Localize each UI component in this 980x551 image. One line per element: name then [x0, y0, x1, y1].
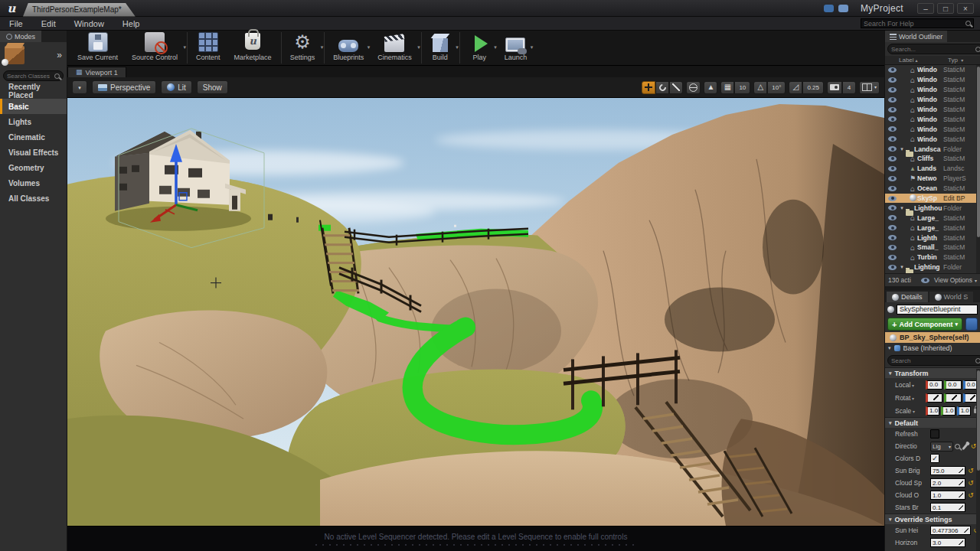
visibility-eye-icon[interactable]: [888, 166, 897, 171]
viewport-tab[interactable]: ▦ Viewport 1: [67, 67, 126, 77]
reset-icon[interactable]: ↺: [967, 480, 975, 487]
outliner-column-header[interactable]: Label ▴ Typ ▾: [885, 56, 980, 65]
outliner-row[interactable]: ▾ Windo StaticM: [885, 124, 980, 134]
outliner-row[interactable]: ▾ Small_ StaticM: [885, 243, 980, 253]
toolbar-button[interactable]: Settings: [283, 32, 325, 64]
toolbar-button[interactable]: Content: [189, 32, 227, 64]
visibility-eye-icon[interactable]: [888, 205, 897, 210]
modes-search[interactable]: [3, 70, 64, 81]
outliner-row[interactable]: ▾ Windo StaticM: [885, 114, 980, 124]
transform-section-header[interactable]: Transform: [885, 367, 980, 378]
sun-height-field[interactable]: 0.477306: [930, 526, 971, 535]
visibility-eye-icon[interactable]: [888, 265, 897, 270]
view-mode-button[interactable]: Lit: [161, 80, 192, 94]
toolbar-button[interactable]: Build: [423, 32, 460, 64]
camera-speed-button[interactable]: [827, 81, 842, 94]
toolbar-button[interactable]: Blueprints: [326, 32, 371, 64]
outliner-row[interactable]: ▾ Lighting Folder: [885, 262, 980, 272]
level-document-tab[interactable]: ThirdPersonExampleMap*: [23, 3, 136, 17]
actor-name-field[interactable]: [897, 305, 978, 315]
directional-light-dropdown[interactable]: Lig: [930, 442, 953, 452]
outliner-row[interactable]: ▾ Large_ StaticM: [885, 223, 980, 233]
mode-category-item[interactable]: Volumes: [0, 175, 67, 191]
location-label[interactable]: Local: [895, 381, 924, 389]
visibility-eye-icon[interactable]: [888, 196, 897, 201]
toolbar-button[interactable]: Source Control: [125, 32, 188, 64]
default-section-header[interactable]: Default: [885, 417, 980, 428]
outliner-search-input[interactable]: [891, 46, 975, 53]
grid-snap-value[interactable]: 10: [734, 81, 750, 94]
add-component-button[interactable]: Add Component: [887, 318, 962, 331]
reset-icon[interactable]: ↺: [967, 468, 975, 474]
viewport-scene[interactable]: [67, 98, 884, 527]
edit-blueprint-button[interactable]: [965, 318, 978, 331]
visibility-eye-icon[interactable]: [888, 235, 897, 240]
visibility-eye-icon[interactable]: [888, 97, 897, 103]
minimize-button[interactable]: –: [917, 3, 934, 14]
outliner-row[interactable]: ▾ Cliffs StaticM: [885, 154, 980, 164]
visibility-eye-icon[interactable]: [888, 245, 897, 250]
type-column-header[interactable]: Typ ▾: [948, 57, 980, 64]
camera-mode-button[interactable]: Perspective: [92, 80, 156, 94]
visibility-eye-icon[interactable]: [888, 77, 897, 83]
expand-caret-icon[interactable]: ▾: [899, 264, 905, 270]
expand-chevron-icon[interactable]: »: [57, 50, 62, 60]
browse-icon[interactable]: [955, 444, 960, 449]
outliner-row[interactable]: ▾ Windo StaticM: [885, 95, 980, 105]
outliner-search[interactable]: [887, 44, 980, 54]
scale-y-field[interactable]: 1.0: [941, 406, 955, 416]
menu-item[interactable]: Help: [113, 19, 149, 28]
menu-item[interactable]: Edit: [32, 19, 65, 28]
maximize-button[interactable]: □: [937, 3, 954, 14]
scale-tool-button[interactable]: [669, 81, 683, 94]
visibility-eye-icon[interactable]: [888, 136, 897, 142]
outliner-row[interactable]: ▾ Turbin StaticM: [885, 253, 980, 262]
rotation-label[interactable]: Rotat: [895, 394, 924, 402]
mode-category-item[interactable]: Geometry: [0, 160, 67, 175]
visibility-eye-icon[interactable]: [888, 67, 897, 73]
visibility-eye-icon[interactable]: [888, 107, 897, 112]
stars-brightness-field[interactable]: 0.1: [930, 503, 965, 512]
reset-icon[interactable]: ↺: [967, 492, 975, 499]
sun-brightness-field[interactable]: 75.0: [930, 466, 965, 475]
forum-bubble-icon[interactable]: [838, 5, 848, 12]
help-search-input[interactable]: [864, 20, 965, 28]
location-y-field[interactable]: 0.0: [944, 380, 961, 390]
refresh-checkbox[interactable]: [930, 429, 939, 439]
outliner-row[interactable]: ▾ Windo StaticM: [885, 134, 980, 144]
horizon-falloff-field[interactable]: 3.0: [930, 538, 965, 547]
view-options-button[interactable]: View Options: [934, 276, 972, 284]
colors-checkbox[interactable]: [930, 454, 939, 463]
scale-z-field[interactable]: 1.0: [957, 406, 971, 416]
camera-speed-value[interactable]: 4: [842, 81, 856, 94]
outliner-row[interactable]: ▾ Ocean StaticM: [885, 184, 980, 194]
toolbar-button[interactable]: Cinematics: [371, 32, 422, 64]
surface-snap-button[interactable]: ▲: [704, 81, 717, 94]
mode-category-item[interactable]: Recently Placed: [0, 83, 67, 99]
expand-caret-icon[interactable]: ▾: [899, 205, 905, 211]
mode-category-item[interactable]: Visual Effects: [0, 145, 67, 160]
location-x-field[interactable]: 0.0: [926, 380, 942, 390]
viewport-layout-button[interactable]: ▾: [859, 81, 880, 94]
details-scrollbar[interactable]: [976, 369, 980, 551]
help-search[interactable]: [861, 18, 974, 28]
scale-snap-toggle[interactable]: ◿: [789, 81, 802, 94]
outliner-row[interactable]: ▾ Lighthou Folder: [885, 203, 980, 213]
outliner-row[interactable]: ▾ Netwo PlayerS: [885, 174, 980, 184]
rotation-y-field[interactable]: [944, 393, 961, 403]
toolbar-button[interactable]: Launch: [498, 32, 534, 64]
toolbar-button[interactable]: Save Current: [70, 32, 125, 64]
expand-caret-icon[interactable]: ▾: [899, 146, 905, 152]
scale-snap-value[interactable]: 0.25: [802, 81, 824, 94]
close-button[interactable]: ×: [957, 3, 974, 14]
visibility-eye-icon[interactable]: [888, 255, 897, 260]
visibility-eye-icon[interactable]: [888, 87, 897, 93]
move-tool-button[interactable]: [642, 81, 655, 94]
feedback-bubble-icon[interactable]: [824, 5, 834, 12]
rotation-snap-value[interactable]: 10°: [767, 81, 786, 94]
outliner-row[interactable]: ▾ Large_ StaticM: [885, 213, 980, 223]
cloud-opacity-field[interactable]: 1.0: [930, 491, 965, 500]
label-column-header[interactable]: Label: [899, 57, 914, 64]
outliner-row[interactable]: ▾ Lands Landsc: [885, 164, 980, 174]
visibility-eye-icon[interactable]: [888, 225, 897, 230]
